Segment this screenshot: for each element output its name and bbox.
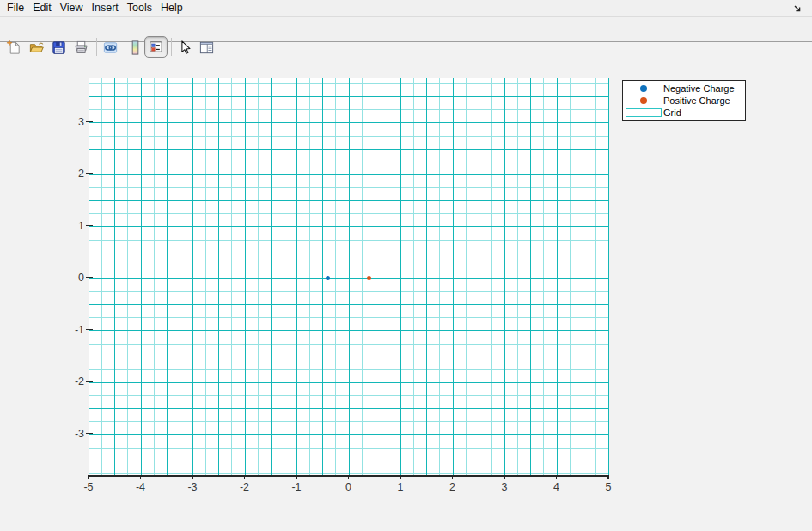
legend-icon <box>148 39 164 55</box>
legend-marker-dot <box>640 97 647 104</box>
menu-item-insert[interactable]: Insert <box>88 0 123 16</box>
y-tick-label: 1 <box>46 219 84 233</box>
toolbar-separator <box>96 38 97 56</box>
link-icon <box>102 40 119 56</box>
legend-label: Negative Charge <box>663 83 735 94</box>
x-tick-label: 0 <box>332 481 366 493</box>
legend-label: Positive Charge <box>663 95 730 106</box>
legend-row: Negative Charge <box>623 82 745 95</box>
x-tick-label: 2 <box>436 481 470 493</box>
menu-item-tools[interactable]: Tools <box>123 0 156 16</box>
legend-marker-grid-swatch <box>626 108 662 117</box>
legend-label: Grid <box>663 107 681 118</box>
menu-bar: FileEditViewInsertToolsHelp <box>0 0 812 17</box>
x-tick <box>296 475 297 479</box>
save-figure-button[interactable] <box>50 39 67 56</box>
link-plot-button[interactable] <box>101 39 119 56</box>
y-tick <box>86 277 93 278</box>
property-editor-button[interactable] <box>198 39 215 56</box>
y-tick <box>86 433 93 435</box>
toolbar-separator <box>171 38 172 56</box>
y-tick-label: -3 <box>46 427 84 441</box>
x-tick-label: -5 <box>71 481 106 493</box>
insert-colorbar-button[interactable] <box>126 39 143 56</box>
y-tick <box>86 329 93 331</box>
x-tick <box>400 475 401 479</box>
menu-item-edit[interactable]: Edit <box>28 0 56 16</box>
open-file-button[interactable] <box>27 39 45 56</box>
legend-marker-cell <box>623 108 663 117</box>
print-figure-button[interactable] <box>72 39 89 56</box>
cursor-arrow-icon <box>177 40 193 56</box>
legend-marker-cell <box>623 85 663 92</box>
y-tick <box>86 121 93 123</box>
data-point-positive-charge <box>367 276 371 280</box>
x-tick <box>192 475 193 479</box>
open-folder-icon <box>28 40 45 56</box>
x-tick <box>607 475 609 479</box>
colorbar-icon <box>127 40 143 56</box>
x-tick <box>244 475 246 479</box>
x-tick <box>88 475 89 479</box>
y-tick-label: -1 <box>46 323 84 337</box>
y-tick-label: 0 <box>46 271 84 284</box>
y-tick <box>86 173 93 174</box>
legend-row: Grid <box>623 107 745 119</box>
x-tick-label: 5 <box>591 481 626 493</box>
x-tick <box>504 475 505 479</box>
dock-arrow-icon <box>793 4 803 15</box>
plot-area <box>89 78 609 475</box>
legend-marker-dot <box>640 85 647 92</box>
y-tick-label: 3 <box>46 115 84 129</box>
figure-toolbar <box>0 17 812 42</box>
x-tick <box>348 475 350 479</box>
legend-row: Positive Charge <box>623 95 745 107</box>
y-tick <box>86 381 93 382</box>
x-tick <box>452 475 454 479</box>
x-tick-label: -4 <box>124 481 158 493</box>
y-tick <box>86 225 93 227</box>
matlab-figure-window: { "menu_bar": { "items": ["File", "Edit"… <box>0 0 812 531</box>
x-tick-label: -3 <box>175 481 210 493</box>
legend[interactable]: Negative ChargePositive ChargeGrid <box>622 80 746 121</box>
x-tick-label: -2 <box>228 481 262 493</box>
dock-figure-button[interactable] <box>793 3 805 15</box>
insert-legend-button[interactable] <box>144 36 168 58</box>
x-tick-label: -1 <box>279 481 314 493</box>
data-point-negative-charge <box>326 276 330 280</box>
printer-icon <box>73 40 89 56</box>
x-tick-label: 3 <box>487 481 522 493</box>
menu-item-view[interactable]: View <box>56 0 88 16</box>
edit-plot-button[interactable] <box>176 39 193 56</box>
x-tick <box>556 475 558 479</box>
y-tick-label: -2 <box>46 375 84 388</box>
x-tick <box>140 475 142 479</box>
y-tick-label: 2 <box>46 167 84 180</box>
save-floppy-icon <box>51 40 67 56</box>
new-figure-button[interactable] <box>5 39 22 56</box>
new-document-icon <box>6 40 22 56</box>
property-editor-icon <box>198 40 215 56</box>
x-tick-label: 1 <box>383 481 418 493</box>
menu-item-file[interactable]: File <box>3 0 28 16</box>
legend-marker-cell <box>623 97 663 104</box>
x-tick-label: 4 <box>540 481 574 493</box>
menu-item-help[interactable]: Help <box>156 0 187 16</box>
